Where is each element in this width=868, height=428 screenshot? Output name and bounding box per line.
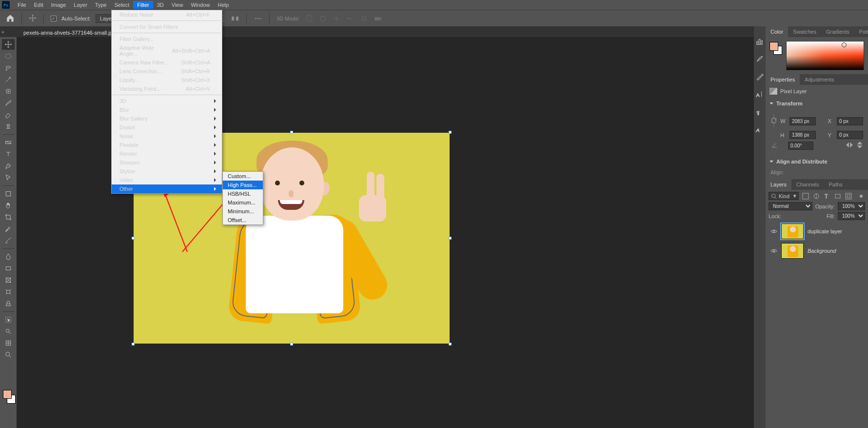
frame-tool[interactable] <box>2 275 15 285</box>
type-tool[interactable] <box>2 149 15 160</box>
filter-adjustment-icon[interactable] <box>812 192 820 200</box>
height-input[interactable] <box>789 131 816 139</box>
filter-pixel-icon[interactable] <box>802 192 809 200</box>
auto-select-checkbox[interactable] <box>51 16 57 21</box>
menu-item-noise[interactable]: Noise <box>112 132 222 141</box>
distribute-icon[interactable] <box>231 14 239 23</box>
menu-item-camera-raw[interactable]: Camera Raw Filter...Shift+Ctrl+A <box>112 58 222 67</box>
brushes-panel-icon[interactable] <box>755 55 764 63</box>
character-panel-icon[interactable]: A <box>755 90 764 99</box>
transform-section-header[interactable]: Transform <box>766 98 868 109</box>
layer-name[interactable]: Background <box>808 248 836 254</box>
layer-thumbnail[interactable] <box>781 224 804 239</box>
layer-item[interactable]: Background <box>769 241 865 261</box>
menu-item-filter-gallery[interactable]: Filter Gallery... <box>112 35 222 43</box>
move-tool[interactable] <box>2 39 15 50</box>
brush-settings-panel-icon[interactable] <box>755 72 764 81</box>
zoom-tool[interactable] <box>2 349 15 360</box>
menu-help[interactable]: Help <box>214 1 233 9</box>
clone-stamp-tool[interactable] <box>2 121 15 132</box>
filter-shape-icon[interactable] <box>834 192 842 200</box>
transform-handle[interactable] <box>449 343 452 346</box>
color-spectrum[interactable] <box>786 41 864 70</box>
width-input[interactable] <box>789 117 816 125</box>
menu-3d[interactable]: 3D <box>153 1 168 9</box>
filter-type-icon[interactable]: T <box>823 192 831 200</box>
gradient-tool[interactable] <box>2 137 15 148</box>
transform-handle[interactable] <box>132 343 135 346</box>
home-icon[interactable] <box>6 14 15 23</box>
transform-handle[interactable] <box>290 343 293 346</box>
menu-item-render[interactable]: Render <box>112 149 222 158</box>
flip-vertical-icon[interactable] <box>856 141 863 150</box>
paragraph-panel-icon[interactable]: ¶ <box>755 107 764 116</box>
menu-view[interactable]: View <box>168 1 187 9</box>
submenu-item-minimum[interactable]: Minimum... <box>223 207 263 216</box>
layer-item[interactable]: duplicate layer <box>769 222 865 241</box>
menu-item-adaptive-wide-angle[interactable]: Adaptive Wide Angle...Alt+Shift+Ctrl+A <box>112 43 222 58</box>
crop-tool[interactable] <box>2 212 15 223</box>
gradients-tab[interactable]: Gradients <box>821 26 854 37</box>
pen-tool[interactable] <box>2 161 15 171</box>
swatches-tab[interactable]: Swatches <box>788 26 821 37</box>
menu-item-distort[interactable]: Distort <box>112 123 222 132</box>
submenu-item-high-pass[interactable]: High Pass... <box>223 181 263 189</box>
menu-image[interactable]: Image <box>47 1 70 9</box>
flip-horizontal-icon[interactable] <box>846 142 853 149</box>
adjustments-tab[interactable]: Adjustments <box>800 74 839 85</box>
submenu-item-hsb-hsl[interactable]: HSB/HSL <box>223 189 263 198</box>
menu-file[interactable]: File <box>14 1 30 9</box>
perspective-crop-tool[interactable] <box>2 298 15 309</box>
menu-item-vanishing-point[interactable]: Vanishing Point...Alt+Ctrl+V <box>112 84 222 93</box>
menu-window[interactable]: Window <box>187 1 214 9</box>
filter-toggle-icon[interactable] <box>857 192 865 200</box>
healing-brush-tool[interactable] <box>2 86 15 97</box>
layer-filter-dropdown[interactable]: Kind▾ <box>769 192 799 200</box>
submenu-item-custom[interactable]: Custom... <box>223 172 263 181</box>
opacity-dropdown[interactable]: 100% <box>838 202 865 210</box>
transform-handle[interactable] <box>290 131 293 134</box>
more-icon[interactable] <box>254 14 262 23</box>
glyphs-panel-icon[interactable]: A <box>755 125 764 134</box>
blend-mode-dropdown[interactable]: Normal <box>769 202 812 210</box>
submenu-item-offset[interactable]: Offset... <box>223 216 263 224</box>
menu-type[interactable]: Type <box>91 1 111 9</box>
pattern-stamp-tool[interactable] <box>2 338 15 348</box>
paths-tab[interactable]: Paths <box>824 179 848 190</box>
artboard-tool[interactable] <box>2 188 15 199</box>
menu-item-lens-correction[interactable]: Lens Correction...Shift+Ctrl+R <box>112 67 222 76</box>
transform-handle[interactable] <box>132 237 135 240</box>
blur-tool[interactable] <box>2 251 15 262</box>
menu-item-reduce-noise[interactable]: Reduce NoiseAlt+Ctrl+F <box>112 10 222 19</box>
filter-smart-icon[interactable] <box>845 192 852 200</box>
menu-item-convert-smart-filters[interactable]: Convert for Smart Filters <box>112 22 222 31</box>
x-input[interactable] <box>837 117 863 125</box>
content-aware-move-tool[interactable] <box>2 286 15 297</box>
object-selection-tool[interactable] <box>2 314 15 325</box>
y-input[interactable] <box>837 131 863 139</box>
menu-item-pixelate[interactable]: Pixelate <box>112 141 222 149</box>
eyedropper-tool[interactable] <box>2 224 15 234</box>
histogram-panel-icon[interactable] <box>755 37 764 46</box>
eraser-tool[interactable] <box>2 109 15 120</box>
menu-item-other[interactable]: Other <box>112 184 222 193</box>
lasso-tool[interactable] <box>2 62 15 73</box>
path-selection-tool[interactable] <box>2 172 15 183</box>
visibility-toggle-icon[interactable] <box>770 228 777 235</box>
marquee-tool[interactable] <box>2 51 15 61</box>
layer-name[interactable]: duplicate layer <box>808 228 842 234</box>
visibility-toggle-icon[interactable] <box>770 247 777 254</box>
foreground-color-swatch[interactable] <box>3 390 12 399</box>
align-section-header[interactable]: Align and Distribute <box>766 156 868 167</box>
hand-tool[interactable] <box>2 200 15 211</box>
menu-select[interactable]: Select <box>111 1 134 9</box>
menu-item-blur-gallery[interactable]: Blur Gallery <box>112 114 222 123</box>
menu-item-video[interactable]: Video <box>112 176 222 184</box>
layer-thumbnail[interactable] <box>781 243 804 259</box>
properties-tab[interactable]: Properties <box>766 74 800 85</box>
color-tab[interactable]: Color <box>766 26 788 37</box>
channels-tab[interactable]: Channels <box>791 179 824 190</box>
history-brush-tool[interactable] <box>2 235 15 246</box>
menu-filter[interactable]: Filter <box>133 1 153 9</box>
expand-toolbar-icon[interactable]: » <box>1 29 4 35</box>
